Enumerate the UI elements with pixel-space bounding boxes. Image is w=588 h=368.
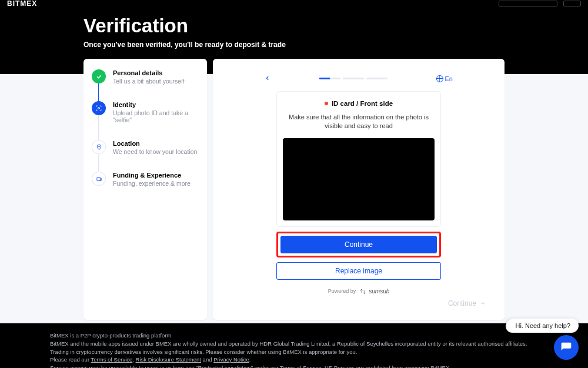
step-title: Identity <box>113 101 199 108</box>
step-subtitle: Upload photo ID and take a "selfie" <box>113 109 199 123</box>
back-button[interactable] <box>265 74 270 83</box>
replace-image-button[interactable]: Replace image <box>276 262 441 280</box>
svg-point-1 <box>98 146 99 147</box>
page-footer: BitMEX is a P2P crypto-products trading … <box>0 323 588 368</box>
continue-button[interactable]: Continue <box>280 236 437 253</box>
page-subtitle: Once you've been verified, you'll be rea… <box>83 41 588 49</box>
globe-icon <box>436 75 443 82</box>
step-subtitle: Funding, experience & more <box>113 180 191 187</box>
chat-launcher-button[interactable] <box>554 335 579 360</box>
step-subtitle: We need to know your location <box>113 148 197 155</box>
step-identity[interactable]: Identity Upload photo ID and take a "sel… <box>92 101 199 140</box>
footer-line: Service access may be unavailable to use… <box>50 364 588 368</box>
header-button[interactable] <box>563 1 581 6</box>
footer-line: Please read our Terms of Service, Risk D… <box>50 356 588 364</box>
chat-prompt[interactable]: Hi. Need any help? <box>507 319 579 333</box>
risk-link[interactable]: Risk Disclosure Statement <box>136 356 201 363</box>
verification-panel: En ID card / Front side Make sure that a… <box>213 59 505 320</box>
step-subtitle: Tell us a bit about yourself <box>113 78 184 85</box>
step-location[interactable]: Location We need to know your location <box>92 140 199 172</box>
header-controls <box>499 1 581 6</box>
highlight-annotation: Continue <box>276 232 441 257</box>
panel-continue-button: Continue <box>439 295 495 312</box>
card-title: ID card / Front side <box>332 100 393 107</box>
funding-icon <box>92 172 106 186</box>
record-dot-icon <box>325 102 328 105</box>
svg-point-0 <box>98 108 100 109</box>
step-funding[interactable]: Funding & Experience Funding, experience… <box>92 172 199 187</box>
terms-link[interactable]: Terms of Service <box>91 356 133 363</box>
location-icon <box>92 140 106 154</box>
steps-sidebar: Personal details Tell us a bit about you… <box>83 59 207 320</box>
sumsub-icon <box>359 288 366 294</box>
us-persons-link[interactable]: US Persons <box>325 364 355 368</box>
brand-logo[interactable]: BITMEX <box>7 0 37 8</box>
privacy-link[interactable]: Privacy Notice <box>213 356 249 363</box>
header-dropdown[interactable] <box>499 1 557 6</box>
step-personal-details[interactable]: Personal details Tell us a bit about you… <box>92 69 199 101</box>
language-selector[interactable]: En <box>436 75 453 82</box>
check-icon <box>92 69 106 83</box>
id-upload-card: ID card / Front side Make sure that all … <box>276 91 441 227</box>
powered-by: Powered by sumsub <box>230 288 487 295</box>
footer-line: BitMEX and the mobile apps issued under … <box>50 340 588 348</box>
step-title: Personal details <box>113 69 184 76</box>
id-photo-preview <box>283 138 435 220</box>
instruction-text: Make sure that all the information on th… <box>285 113 432 131</box>
progress-bar <box>319 78 387 79</box>
svg-rect-2 <box>96 177 100 180</box>
footer-line: Trading in cryptocurrency derivatives in… <box>50 348 588 356</box>
arrow-right-icon <box>480 300 486 306</box>
step-title: Funding & Experience <box>113 172 191 179</box>
chat-icon <box>560 342 572 353</box>
footer-line: BitMEX is a P2P crypto-products trading … <box>50 332 588 340</box>
step-title: Location <box>113 140 197 147</box>
id-icon <box>92 101 106 115</box>
